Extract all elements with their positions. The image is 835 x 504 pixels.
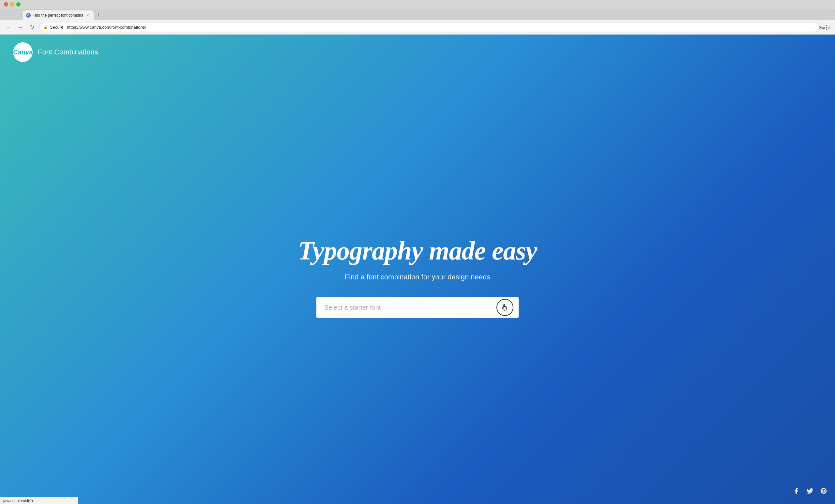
facebook-icon[interactable] — [793, 487, 800, 496]
page-content: Canva Font Combinations Typography made … — [0, 35, 835, 504]
hero-title: Typography made easy — [298, 236, 537, 265]
address-bar[interactable]: 🔒 Secure https://www.canva.com/font-comb… — [39, 23, 819, 32]
status-bar: javascript:void(0) — [0, 497, 78, 504]
font-selector[interactable]: Select a starter font — [317, 297, 518, 318]
tab-close-button[interactable]: ✕ — [85, 13, 90, 18]
close-button[interactable] — [4, 2, 8, 6]
traffic-lights — [4, 2, 21, 6]
url-text: Secure https://www.canva.com/font-combin… — [50, 25, 815, 30]
hero-subtitle: Find a font combination for your design … — [345, 273, 490, 281]
pinterest-icon[interactable] — [820, 487, 827, 496]
site-name: Font Combinations — [38, 48, 98, 57]
canva-logo[interactable]: Canva — [13, 42, 33, 62]
hero-section: Typography made easy Find a font combina… — [291, 50, 544, 504]
browser-tab-active[interactable]: C Find the perfect font combina ✕ — [23, 10, 94, 20]
tab-title: Find the perfect font combina — [33, 13, 83, 18]
font-selector-dropdown-button[interactable] — [496, 299, 513, 316]
os-title-bar — [0, 0, 835, 9]
canva-logo-text: Canva — [13, 48, 33, 56]
svg-rect-0 — [99, 13, 99, 17]
minimize-button[interactable] — [10, 2, 14, 6]
svg-rect-1 — [98, 14, 101, 14]
forward-button[interactable]: → — [16, 23, 25, 32]
new-tab-button[interactable] — [95, 10, 104, 19]
reload-button[interactable]: ↻ — [27, 23, 37, 32]
back-button[interactable]: ← — [4, 23, 13, 32]
social-icons — [793, 487, 827, 496]
tab-favicon: C — [26, 13, 30, 18]
tab-bar: C Find the perfect font combina ✕ — [0, 9, 835, 20]
secure-icon: 🔒 — [43, 25, 48, 29]
status-bar-text: javascript:void(0) — [3, 499, 33, 503]
font-selector-wrap: Select a starter font — [317, 297, 518, 318]
hand-pointer-icon — [501, 303, 509, 312]
address-bar-row: ← → ↻ 🔒 Secure https://www.canva.com/fon… — [0, 20, 835, 35]
maximize-button[interactable] — [16, 2, 21, 6]
font-selector-placeholder: Select a starter font — [324, 304, 496, 311]
twitter-icon[interactable] — [806, 487, 813, 496]
guest-label: Guest — [818, 25, 830, 30]
